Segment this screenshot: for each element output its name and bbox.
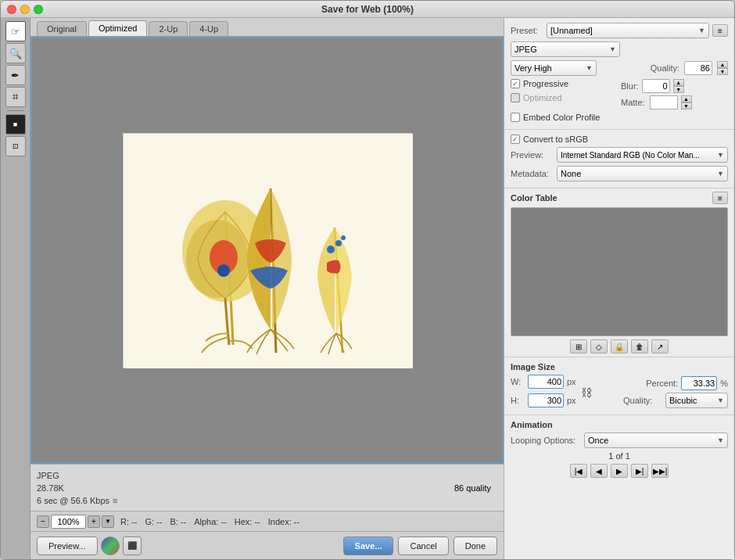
- color-table-select-btn[interactable]: ◇: [590, 339, 608, 354]
- blur-input[interactable]: 0: [642, 79, 670, 93]
- zoom-input[interactable]: 100%: [51, 515, 86, 529]
- quality-down-btn[interactable]: ▼: [717, 68, 728, 75]
- tab-optimized[interactable]: Optimized: [88, 20, 148, 36]
- zoom-tool[interactable]: 🔍: [5, 43, 26, 63]
- tab-four-up[interactable]: 4-Up: [189, 21, 228, 36]
- eyedropper-tool[interactable]: ✒: [5, 65, 26, 85]
- preset-select[interactable]: [Unnamed] ▼: [547, 23, 709, 38]
- svg-point-7: [341, 235, 346, 240]
- bottom-bar: − 100% + ▼ R: -- G: -- B: -- Alpha: -- H…: [30, 511, 504, 531]
- color-table-extra-btn[interactable]: ↗: [651, 339, 669, 354]
- zoom-out-btn[interactable]: −: [37, 515, 49, 528]
- alpha-value: Alpha: --: [194, 517, 227, 526]
- metadata-row: Metadata: None ▼: [511, 166, 728, 181]
- animation-controls: |◀ ◀ ▶ ▶| ▶▶|: [511, 464, 728, 478]
- zoom-controls: − 100% + ▼: [37, 515, 114, 529]
- constrain-proportions-icon[interactable]: ⛓: [579, 379, 593, 407]
- hex-value: Hex: --: [235, 517, 260, 526]
- save-for-web-window: Save for Web (100%) ☞ 🔍 ✒ ⌗ ■ ⊡ Original…: [0, 0, 735, 560]
- anim-play-btn[interactable]: ▶: [611, 464, 628, 478]
- zoom-in-btn[interactable]: +: [88, 515, 100, 528]
- blur-down-btn[interactable]: ▼: [673, 86, 684, 93]
- quality-row: Very High ▼ Quality: 86 ▲ ▼: [511, 60, 728, 76]
- preview-section: Preview... ⬛: [37, 537, 142, 555]
- height-input[interactable]: 300: [528, 393, 564, 407]
- tools-panel: ☞ 🔍 ✒ ⌗ ■ ⊡: [1, 18, 30, 559]
- quality-input[interactable]: 86: [684, 61, 712, 75]
- color-profile-icon[interactable]: [101, 537, 120, 555]
- slice-tool[interactable]: ⌗: [5, 87, 26, 107]
- format-select[interactable]: JPEG ▼: [511, 41, 620, 57]
- info-icon[interactable]: ≡: [113, 494, 117, 507]
- quality-method-value: Bicubic: [669, 396, 697, 405]
- browser-toggle[interactable]: ⬛: [123, 537, 142, 555]
- canvas-area: Original Optimized 2-Up 4-Up: [30, 18, 504, 559]
- window-title: Save for Web (100%): [321, 4, 414, 15]
- close-btn[interactable]: [7, 5, 16, 14]
- width-input[interactable]: 400: [528, 375, 564, 389]
- anim-first-btn[interactable]: |◀: [570, 464, 587, 478]
- width-unit: px: [567, 377, 576, 386]
- hand-tool[interactable]: ☞: [5, 21, 26, 41]
- time-label: 6 sec @ 56.6 Kbps: [37, 494, 109, 507]
- canvas-tabs: Original Optimized 2-Up 4-Up: [30, 18, 504, 37]
- preview-label: Preview:: [511, 150, 554, 160]
- preview-row: Preview: Internet Standard RGB (No Color…: [511, 147, 728, 163]
- progressive-row: Progressive: [511, 79, 618, 88]
- anim-prev-btn[interactable]: ◀: [590, 464, 608, 478]
- quality-method-select[interactable]: Bicubic ▼: [665, 393, 728, 408]
- progressive-label: Progressive: [523, 79, 568, 88]
- action-bar: Preview... ⬛ Save... Cancel Done: [30, 531, 504, 559]
- blur-up-btn[interactable]: ▲: [673, 79, 684, 86]
- color-table-section: Color Table ≡ ⊞ ◇ 🔒 🗑 ↗: [504, 188, 734, 357]
- matte-row: Matte: ▲ ▼: [621, 95, 728, 109]
- color-table-menu-btn[interactable]: ≡: [712, 192, 728, 204]
- save-button[interactable]: Save...: [343, 537, 394, 555]
- color-table-lock-btn[interactable]: 🔒: [611, 339, 628, 354]
- matte-down-btn[interactable]: ▼: [681, 102, 692, 109]
- canvas-info-row: JPEG 28.78K 6 sec @ 56.6 Kbps ≡ 86 quali…: [37, 469, 497, 507]
- blur-row: Blur: 0 ▲ ▼: [621, 79, 728, 93]
- anim-last-btn[interactable]: ▶▶|: [651, 464, 669, 478]
- tool-separator: [7, 110, 24, 111]
- embed-color-profile-checkbox[interactable]: [511, 113, 520, 122]
- percent-input[interactable]: 33.33: [681, 376, 717, 390]
- canvas-info-bar: JPEG 28.78K 6 sec @ 56.6 Kbps ≡ 86 quali…: [30, 464, 504, 511]
- image-frame: [123, 133, 412, 368]
- percent-unit: %: [720, 379, 728, 388]
- percent-row: Percent: 33.33 %: [623, 376, 728, 390]
- done-button[interactable]: Done: [454, 537, 497, 555]
- quality-preset-value: Very High: [514, 63, 552, 73]
- format-label: JPEG: [37, 469, 497, 482]
- color-table-delete-btn[interactable]: 🗑: [631, 339, 648, 354]
- progressive-checkbox[interactable]: [511, 79, 520, 88]
- anim-next-btn[interactable]: ▶|: [631, 464, 648, 478]
- svg-point-4: [217, 264, 230, 277]
- convert-srgb-checkbox[interactable]: [511, 135, 520, 144]
- canvas-viewport[interactable]: [30, 37, 504, 464]
- tab-two-up[interactable]: 2-Up: [149, 21, 188, 36]
- preview-select[interactable]: Internet Standard RGB (No Color Man... ▼: [557, 147, 728, 163]
- convert-srgb-label: Convert to sRGB: [523, 135, 588, 144]
- looping-select[interactable]: Once ▼: [584, 433, 728, 448]
- quality-up-btn[interactable]: ▲: [717, 61, 728, 68]
- metadata-select[interactable]: None ▼: [557, 166, 728, 181]
- color-table-new-btn[interactable]: ⊞: [570, 339, 587, 354]
- cancel-button[interactable]: Cancel: [398, 537, 448, 555]
- screen-mode[interactable]: ⊡: [5, 136, 26, 156]
- g-value: G: --: [145, 517, 162, 526]
- minimize-btn[interactable]: [20, 5, 30, 14]
- maximize-btn[interactable]: [34, 5, 43, 14]
- quality-preset-select[interactable]: Very High ▼: [511, 60, 597, 76]
- color-swatch[interactable]: ■: [5, 114, 26, 135]
- width-row: W: 400 px: [511, 375, 576, 389]
- optimized-checkbox: [511, 93, 520, 102]
- color-table-tools: ⊞ ◇ 🔒 🗑 ↗: [511, 339, 728, 354]
- matte-up-btn[interactable]: ▲: [681, 95, 692, 102]
- zoom-menu-btn[interactable]: ▼: [102, 515, 114, 528]
- height-label: H:: [511, 396, 525, 405]
- matte-swatch[interactable]: [650, 95, 678, 109]
- preview-button[interactable]: Preview...: [37, 537, 98, 555]
- preset-menu-btn[interactable]: ≡: [712, 24, 728, 37]
- tab-original[interactable]: Original: [37, 21, 87, 36]
